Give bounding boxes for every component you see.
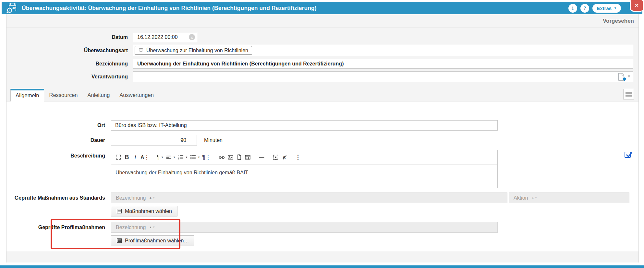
ueberwachungsart-field[interactable]: Überwachung zur Einhaltung von Richtlini… [133,45,633,56]
standards-col-bezeichnung[interactable]: Bezeichnung ▲▼ [111,192,507,203]
tab-auswertungen[interactable]: Auswertungen [115,89,159,101]
profil-section: Geprüfte Profilmaßnahmen Bezeichnung ▲▼ … [6,222,638,249]
more-options-icon[interactable]: ⋮ [294,152,302,162]
clear-format-icon[interactable]: A [280,152,289,162]
standards-header-row: Geprüfte Maßnahmen aus Standards Bezeich… [6,192,638,203]
dauer-label: Dauer [6,137,111,143]
sort-asc-icon: ▲ [531,196,534,199]
sort-desc-icon: ▼ [534,196,537,199]
bezeichnung-row: Bezeichnung [6,59,638,69]
trash-icon[interactable] [139,47,143,54]
image-icon[interactable] [226,152,235,162]
align-icon[interactable]: ▼ [164,152,176,162]
verantwortung-field[interactable]: ✱ ▼ [133,71,633,82]
close-button[interactable]: ✕ [630,0,643,12]
italic-icon[interactable]: i [131,152,140,162]
window-title: Überwachungsaktivität: Überwachung der E… [22,5,317,12]
datum-row: Datum x [6,32,638,42]
paragraph-format-icon[interactable]: ¶▼ [156,152,165,162]
editor-toolbar: B i A⋮ ¶▼ ▼ ▼ ▼ ¶⋮ [111,150,497,165]
column-title: Bezeichnung [116,225,146,230]
tab-anleitung[interactable]: Anleitung [83,89,115,101]
sort-asc-icon: ▲ [149,226,152,229]
button-label: Maßnahmen wählen [125,208,172,214]
chevron-down-icon[interactable]: ▼ [627,74,631,79]
sort-asc-icon: ▲ [149,196,152,199]
standards-section: Geprüfte Maßnahmen aus Standards Bezeich… [6,192,638,216]
verantwortung-row: Verantwortung ✱ ▼ [6,71,638,82]
link-icon[interactable] [217,152,226,162]
profil-header-row: Geprüfte Profilmaßnahmen Bezeichnung ▲▼ [6,222,638,233]
profil-col-bezeichnung[interactable]: Bezeichnung ▲▼ [111,222,498,233]
bold-icon[interactable]: B [123,152,131,162]
beschreibung-row: Beschreibung B i A⋮ ¶▼ ▼ [6,150,638,188]
dialog-window: 30 Überwachungsaktivität: Überwachung de… [0,0,644,268]
verantwortung-label: Verantwortung [6,74,133,80]
info-button[interactable]: i [568,4,577,13]
tab-strip: Allgemein Ressourcen Anleitung Auswertun… [6,89,638,101]
ueberwachungsart-row: Überwachungsart Überwachung zur Einhaltu… [6,45,638,56]
tab-content-allgemein: Ort Dauer Minuten Beschreibung B i [6,101,638,251]
bezeichnung-input[interactable] [133,59,633,69]
datum-input[interactable] [133,32,197,42]
ueberwachungsart-label: Überwachungsart [6,48,133,53]
row-bar-icon [626,92,632,94]
chip-label: Überwachung zur Einhaltung von Richtlini… [146,48,248,53]
help-button[interactable]: ? [580,4,589,13]
layout-rows-button[interactable] [623,89,634,99]
massnahmen-waehlen-button[interactable]: Maßnahmen wählen [111,206,177,216]
dauer-unit-label: Minuten [204,137,223,143]
window-bottom-edge [0,265,644,268]
status-row: Vorgesehen [6,14,638,28]
ueberwachungsart-chip[interactable]: Überwachung zur Einhaltung von Richtlini… [135,46,252,55]
status-badge: Vorgesehen [603,18,634,24]
sort-desc-icon: ▼ [152,196,155,199]
row-bar-icon [626,95,632,97]
font-style-icon[interactable]: A⋮ [140,152,151,162]
bezeichnung-label: Bezeichnung [6,61,133,67]
file-icon[interactable] [235,152,243,162]
fullscreen-icon[interactable] [114,152,123,162]
button-label: Profilmaßnahmen wählen… [125,238,189,244]
beschreibung-label: Beschreibung [6,150,111,159]
form-area: Datum x Überwachungsart [6,28,638,82]
content-panel: Vorgesehen Datum x Überwachungsart [6,14,639,262]
tab-allgemein[interactable]: Allgemein [10,89,44,101]
ort-input[interactable] [111,120,498,131]
clear-date-icon[interactable]: x [189,34,195,40]
extras-label: Extras [597,6,612,11]
unordered-list-icon[interactable]: ▼ [189,152,201,162]
ort-row: Ort [6,120,638,131]
profilmassnahmen-waehlen-button[interactable]: Profilmaßnahmen wählen… [111,235,194,246]
paragraph-options-icon[interactable]: ¶⋮ [201,152,212,162]
table-icon[interactable] [243,152,252,162]
horizontal-rule-icon[interactable] [257,152,266,162]
svg-text:30: 30 [12,6,16,9]
richtext-editor: B i A⋮ ¶▼ ▼ ▼ ▼ ¶⋮ [111,150,498,188]
asterisk-icon: ✱ [623,77,626,82]
ordered-list-icon[interactable]: ▼ [176,152,189,162]
sort-desc-icon: ▼ [152,226,155,229]
dauer-row: Dauer Minuten [6,135,638,146]
standards-label: Geprüfte Maßnahmen aus Standards [6,195,111,201]
profil-label: Geprüfte Profilmaßnahmen [6,225,111,230]
column-title: Bezeichnung [116,195,146,201]
chevron-down-icon: ▼ [614,6,617,10]
datum-label: Datum [6,34,133,40]
beschreibung-textarea[interactable]: Überwachung der Einhaltung von Richtlini… [111,165,497,188]
calendar-search-icon: 30 [6,2,18,15]
dauer-input[interactable] [111,135,197,146]
ort-label: Ort [6,122,111,128]
beschreibung-checkbox[interactable] [625,152,631,158]
borders-icon[interactable] [271,152,280,162]
extras-button[interactable]: Extras ▼ [592,4,621,13]
add-person-document-icon[interactable]: ✱ [618,73,626,81]
title-bar: 30 Überwachungsaktivität: Überwachung de… [2,2,642,14]
tab-ressourcen[interactable]: Ressourcen [44,89,82,101]
standards-col-aktion[interactable]: Aktion ▲▼ [509,192,629,203]
column-title: Aktion [514,195,528,201]
